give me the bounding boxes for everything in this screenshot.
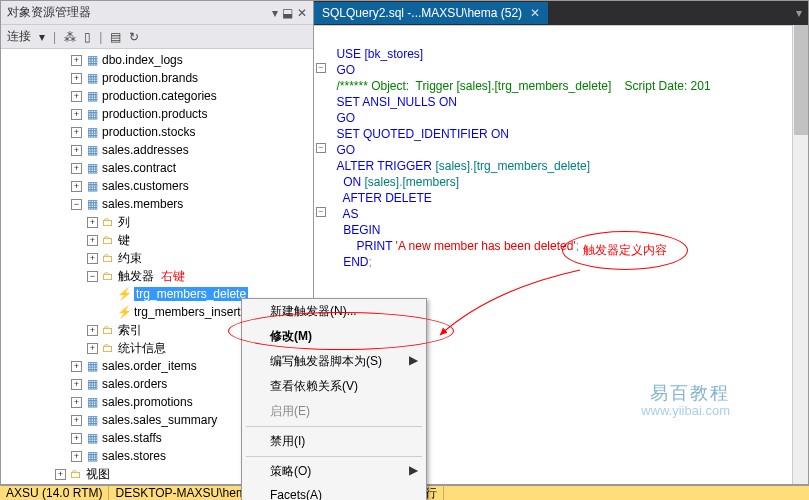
pin-icon[interactable]: ⬓ — [282, 6, 293, 20]
tree-node[interactable]: sales.promotions — [102, 395, 193, 409]
tree-node[interactable]: 统计信息 — [118, 340, 166, 357]
ctx-deps[interactable]: 查看依赖关系(V) — [242, 374, 426, 399]
tree-node[interactable]: production.categories — [102, 89, 217, 103]
ctx-disable[interactable]: 禁用(I) — [242, 429, 426, 454]
tree-node[interactable]: sales.addresses — [102, 143, 189, 157]
tree-node[interactable]: sales.staffs — [102, 431, 162, 445]
watermark-url: www.yiibai.com — [641, 403, 730, 418]
connect-label[interactable]: 连接 — [7, 28, 31, 45]
ctx-modify[interactable]: 修改(M) — [242, 324, 426, 349]
anno-right-click: 右键 — [161, 268, 185, 285]
tab-overflow-icon[interactable]: ▾ — [790, 6, 808, 20]
close-icon[interactable]: ✕ — [297, 6, 307, 20]
ctx-enable: 启用(E) — [242, 399, 426, 424]
toolbar: 连接▾ | ⁂ ▯ | ▤ ↻ — [1, 25, 313, 49]
dropdown-icon[interactable]: ▾ — [272, 6, 278, 20]
tree-node[interactable]: dbo.index_logs — [102, 53, 183, 67]
tb-icon[interactable]: ↻ — [129, 30, 139, 44]
tree-node-triggers[interactable]: 触发器 — [118, 268, 154, 285]
tree-node-selected[interactable]: trg_members_delete — [134, 287, 248, 301]
tree-node[interactable]: sales.orders — [102, 377, 167, 391]
active-tab[interactable]: SQLQuery2.sql -...MAXSU\hema (52)✕ — [314, 2, 548, 24]
ctx-policy[interactable]: 策略(O)▶ — [242, 459, 426, 484]
tree-node[interactable]: sales.customers — [102, 179, 189, 193]
tree-node[interactable]: sales.stores — [102, 449, 166, 463]
context-menu: 新建触发器(N)... 修改(M) 编写触发器脚本为(S)▶ 查看依赖关系(V)… — [241, 298, 427, 500]
submenu-arrow-icon: ▶ — [409, 463, 418, 477]
tree-node[interactable]: 列 — [118, 214, 130, 231]
annotation-callout: 触发器定义内容 — [562, 231, 688, 270]
tree-node[interactable]: production.brands — [102, 71, 198, 85]
pane-header: 对象资源管理器 ▾ ⬓ ✕ — [1, 1, 313, 25]
tb-icon[interactable]: ▯ — [84, 30, 91, 44]
tree-node[interactable]: production.products — [102, 107, 207, 121]
tree-node[interactable]: sales.contract — [102, 161, 176, 175]
status-server: AXSU (14.0 RTM) — [0, 486, 109, 500]
tree-node[interactable]: production.stocks — [102, 125, 195, 139]
tree-node[interactable]: sales.sales_summary — [102, 413, 217, 427]
pane-title: 对象资源管理器 — [7, 4, 91, 21]
ctx-script[interactable]: 编写触发器脚本为(S)▶ — [242, 349, 426, 374]
ctx-new-trigger[interactable]: 新建触发器(N)... — [242, 299, 426, 324]
scrollbar-vertical[interactable] — [792, 25, 808, 484]
tree-node[interactable]: 视图 — [86, 466, 110, 483]
tb-icon[interactable]: ⁂ — [64, 30, 76, 44]
tree-node-members[interactable]: sales.members — [102, 197, 183, 211]
tree-node[interactable]: 约束 — [118, 250, 142, 267]
tree-node[interactable]: 外部资源 — [86, 484, 134, 485]
ctx-facets[interactable]: Facets(A) — [242, 484, 426, 500]
scrollbar-thumb[interactable] — [794, 25, 808, 135]
tree-node[interactable]: sales.order_items — [102, 359, 197, 373]
submenu-arrow-icon: ▶ — [409, 353, 418, 367]
tree-node[interactable]: trg_members_insert — [134, 305, 241, 319]
watermark-title: 易百教程 — [650, 381, 730, 405]
tab-close-icon[interactable]: ✕ — [530, 6, 540, 20]
tree-node[interactable]: 键 — [118, 232, 130, 249]
tree-node[interactable]: 索引 — [118, 322, 142, 339]
tb-icon[interactable]: ▤ — [110, 30, 121, 44]
tab-bar: SQLQuery2.sql -...MAXSU\hema (52)✕ ▾ — [314, 1, 808, 25]
